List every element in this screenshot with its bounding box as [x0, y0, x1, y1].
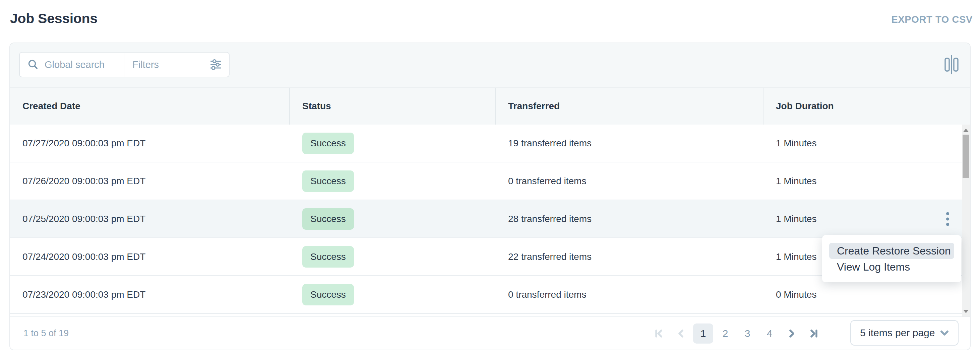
cell-transferred: 0 transferred items: [496, 276, 764, 313]
kebab-dot: [946, 212, 949, 215]
column-header-transferred[interactable]: Transferred: [496, 88, 764, 125]
row-actions-context-menu: Create Restore Session View Log Items: [822, 235, 961, 282]
search-icon: [27, 59, 39, 71]
last-page-button[interactable]: [803, 323, 825, 344]
page-button-3[interactable]: 3: [737, 323, 759, 344]
cell-status: Success: [290, 200, 496, 237]
search-and-filters-control: Filters: [19, 52, 229, 77]
pagination-controls: 1 2 3 4: [648, 317, 825, 349]
next-page-icon: [786, 327, 798, 340]
scrollbar-down-arrow-icon[interactable]: [963, 310, 969, 313]
cell-transferred: 22 transferred items: [496, 238, 764, 275]
cell-status: Success: [290, 276, 496, 313]
cell-created-date: 07/24/2020 09:00:03 pm EDT: [10, 238, 290, 275]
cell-transferred: 19 transferred items: [496, 125, 764, 162]
page-title: Job Sessions: [10, 11, 97, 27]
cell-job-duration: 1 Minutes: [764, 162, 962, 200]
cell-job-duration: 1 Minutes: [764, 125, 962, 162]
cell-status: Success: [290, 125, 496, 162]
table-toolbar: Filters: [10, 43, 970, 87]
scrollbar-up-arrow-icon[interactable]: [963, 129, 969, 132]
items-per-page-select[interactable]: 5 items per page: [850, 320, 959, 346]
cell-transferred: 0 transferred items: [496, 162, 764, 200]
filters-label: Filters: [132, 59, 159, 70]
status-badge: Success: [302, 284, 354, 305]
cell-created-date: 07/26/2020 09:00:03 pm EDT: [10, 162, 290, 200]
column-header-job-duration[interactable]: Job Duration: [764, 88, 970, 125]
table-row-highlighted[interactable]: 07/25/2020 09:00:03 pm EDT Success 28 tr…: [10, 200, 962, 238]
column-header-created-date[interactable]: Created Date: [10, 88, 290, 125]
table-row[interactable]: 07/24/2020 09:00:03 pm EDT Success 22 tr…: [10, 238, 962, 276]
scrollbar-thumb[interactable]: [963, 135, 969, 178]
export-to-csv-button[interactable]: EXPORT TO CSV: [891, 14, 973, 25]
first-page-icon: [653, 327, 665, 340]
cell-created-date: 07/23/2020 09:00:03 pm EDT: [10, 276, 290, 313]
filters-button[interactable]: Filters: [124, 52, 229, 77]
column-chooser-button[interactable]: [944, 55, 959, 76]
items-per-page-value: 5 items per page: [860, 327, 935, 338]
chevron-down-icon: [939, 327, 950, 339]
first-page-button[interactable]: [648, 323, 670, 344]
kebab-dot: [946, 223, 949, 226]
cell-job-duration: 1 Minutes: [764, 200, 962, 237]
cell-status: Success: [290, 238, 496, 275]
page-button-1[interactable]: 1: [693, 324, 713, 344]
table-scrollbar[interactable]: [962, 125, 970, 317]
cell-transferred: 28 transferred items: [496, 200, 764, 237]
status-badge: Success: [302, 208, 354, 230]
job-sessions-card: Filters Created Date Status Tra: [10, 43, 970, 350]
row-actions-kebab-button[interactable]: [943, 209, 952, 229]
previous-page-button[interactable]: [670, 323, 692, 344]
filters-tune-icon: [210, 58, 222, 71]
cell-created-date: 07/27/2020 09:00:03 pm EDT: [10, 125, 290, 162]
status-badge: Success: [302, 133, 354, 154]
menu-item-view-log-items[interactable]: View Log Items: [829, 259, 954, 275]
status-badge: Success: [302, 246, 354, 268]
last-page-icon: [808, 327, 820, 340]
table-footer: 1 to 5 of 19 1 2 3 4: [10, 316, 970, 349]
search-input[interactable]: [45, 59, 124, 70]
kebab-dot: [946, 218, 949, 220]
menu-item-create-restore-session[interactable]: Create Restore Session: [829, 243, 954, 259]
column-header-status[interactable]: Status: [290, 88, 496, 125]
pagination-range-label: 1 to 5 of 19: [24, 317, 69, 349]
cell-created-date: 07/25/2020 09:00:03 pm EDT: [10, 200, 290, 237]
page-button-2[interactable]: 2: [714, 323, 737, 344]
status-badge: Success: [302, 170, 354, 192]
table-row[interactable]: 07/26/2020 09:00:03 pm EDT Success 0 tra…: [10, 162, 962, 200]
table-row[interactable]: 07/23/2020 09:00:03 pm EDT Success 0 tra…: [10, 276, 962, 314]
table-row[interactable]: 07/27/2020 09:00:03 pm EDT Success 19 tr…: [10, 125, 962, 162]
global-search[interactable]: [20, 52, 124, 77]
table-header-row: Created Date Status Transferred Job Dura…: [10, 87, 970, 125]
next-page-button[interactable]: [781, 323, 803, 344]
previous-page-icon: [675, 327, 687, 340]
column-chooser-icon: [944, 55, 959, 75]
page-button-4[interactable]: 4: [759, 323, 781, 344]
table-body: 07/27/2020 09:00:03 pm EDT Success 19 tr…: [10, 125, 962, 317]
cell-status: Success: [290, 162, 496, 200]
